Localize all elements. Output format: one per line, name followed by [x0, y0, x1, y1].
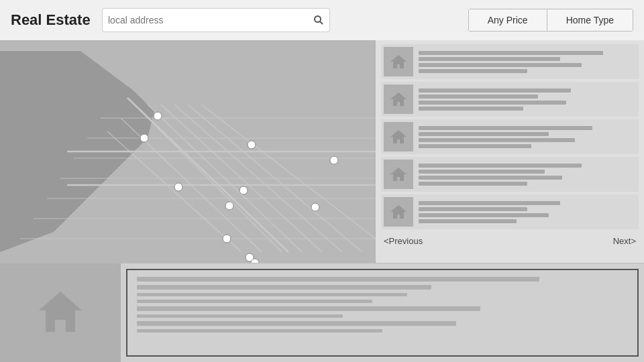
info-line — [137, 329, 382, 333]
svg-point-24 — [248, 141, 256, 149]
listing-info — [419, 164, 636, 186]
listings-panel: <Previous Next> — [376, 40, 644, 263]
listing-line — [419, 107, 523, 111]
home-type-filter-button[interactable]: Home Type — [547, 9, 633, 31]
listing-line — [419, 51, 603, 55]
listing-line — [419, 63, 582, 67]
listing-thumb — [384, 47, 413, 76]
svg-point-22 — [154, 112, 162, 120]
info-line — [137, 285, 431, 290]
svg-point-28 — [311, 203, 319, 211]
listing-line — [419, 69, 527, 73]
listing-info — [419, 126, 636, 148]
search-bar — [102, 8, 330, 32]
svg-marker-34 — [390, 93, 407, 106]
svg-marker-35 — [390, 130, 407, 143]
svg-marker-33 — [390, 55, 407, 68]
header: Real Estate Any Price Home Type — [0, 0, 644, 40]
svg-line-1 — [320, 21, 323, 24]
selected-info — [126, 269, 639, 357]
listing-line — [419, 95, 538, 99]
home-icon — [389, 52, 408, 71]
listing-info — [419, 51, 636, 73]
listing-thumb — [384, 122, 413, 152]
listing-info — [419, 201, 636, 223]
svg-point-23 — [140, 134, 148, 142]
svg-point-0 — [315, 16, 321, 22]
listing-line — [419, 219, 517, 223]
listing-thumb — [384, 160, 413, 189]
info-line — [137, 293, 407, 296]
pagination: <Previous Next> — [381, 232, 639, 247]
svg-point-27 — [239, 186, 248, 194]
search-button[interactable] — [313, 15, 324, 25]
list-item[interactable] — [381, 157, 639, 192]
info-line — [137, 306, 480, 311]
prev-button[interactable]: <Previous — [384, 236, 423, 246]
svg-marker-38 — [39, 292, 82, 332]
listing-line — [419, 164, 582, 168]
listing-thumb — [384, 197, 413, 227]
listing-line — [419, 88, 571, 93]
listing-thumb — [384, 84, 413, 114]
listing-line — [419, 213, 549, 217]
search-input[interactable] — [108, 15, 313, 25]
listing-line — [419, 57, 560, 61]
home-icon — [389, 90, 408, 109]
list-item[interactable] — [381, 44, 639, 79]
listing-line — [419, 201, 560, 205]
listing-line — [419, 101, 566, 105]
listing-line — [419, 144, 531, 148]
listing-line — [419, 126, 592, 130]
home-icon — [389, 202, 408, 221]
home-icon — [389, 165, 408, 184]
list-item[interactable] — [381, 82, 639, 117]
info-line — [137, 300, 372, 303]
info-line — [137, 314, 343, 318]
map-svg — [0, 40, 376, 263]
listing-line — [419, 182, 527, 186]
svg-marker-37 — [390, 205, 407, 219]
svg-point-30 — [223, 235, 231, 243]
next-button[interactable]: Next> — [613, 236, 636, 246]
listing-info — [419, 88, 636, 111]
listing-line — [419, 176, 562, 180]
listing-line — [419, 207, 527, 211]
price-filter-button[interactable]: Any Price — [469, 9, 547, 31]
svg-point-29 — [225, 202, 233, 210]
svg-point-26 — [174, 183, 182, 191]
listing-line — [419, 138, 575, 142]
map-area[interactable] — [0, 40, 376, 263]
top-section: <Previous Next> — [0, 40, 644, 263]
filter-buttons: Any Price Home Type — [468, 9, 633, 32]
listing-line — [419, 170, 545, 174]
selected-thumb — [0, 263, 121, 362]
svg-marker-36 — [390, 168, 407, 181]
info-line — [137, 321, 456, 326]
home-icon — [389, 127, 408, 146]
list-item[interactable] — [381, 119, 639, 154]
main-content: <Previous Next> — [0, 40, 644, 362]
list-item[interactable] — [381, 194, 639, 229]
info-line — [137, 277, 539, 282]
selected-listing — [0, 263, 644, 362]
svg-point-25 — [330, 156, 338, 164]
listing-line — [419, 132, 549, 136]
app-title: Real Estate — [11, 11, 91, 29]
home-icon-large — [34, 286, 87, 340]
